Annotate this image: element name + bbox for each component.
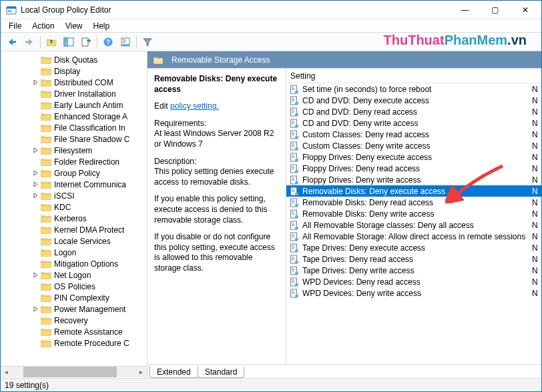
setting-row[interactable]: Tape Drives: Deny execute accessN	[286, 242, 541, 253]
column-setting[interactable]: Setting	[286, 70, 531, 82]
help-button[interactable]: ?	[100, 35, 116, 49]
tree-item[interactable]: Locale Services	[1, 235, 147, 247]
setting-row[interactable]: Custom Classes: Deny read accessN	[286, 129, 541, 140]
tree-item[interactable]: Remote Assistance	[1, 326, 147, 337]
tree-item[interactable]: Logon	[1, 247, 147, 258]
minimize-button[interactable]: —	[450, 1, 480, 19]
tree-item[interactable]: Enhanced Storage A	[1, 111, 147, 122]
setting-row[interactable]: All Removable Storage: Allow direct acce…	[286, 231, 541, 242]
svg-point-102	[295, 271, 298, 275]
maximize-button[interactable]: ▢	[480, 1, 510, 19]
statusbar: 19 setting(s)	[1, 378, 541, 391]
close-button[interactable]: ✕	[510, 1, 540, 19]
setting-row[interactable]: WPD Devices: Deny read accessN	[286, 276, 541, 287]
tab-extended[interactable]: Extended	[150, 366, 198, 378]
edit-policy-link[interactable]: policy setting.	[170, 101, 219, 111]
setting-row[interactable]: CD and DVD: Deny read accessN	[286, 106, 541, 117]
up-button[interactable]	[43, 35, 59, 49]
tree-item[interactable]: Remote Procedure C	[1, 337, 147, 349]
tree-item[interactable]: OS Policies	[1, 281, 147, 292]
expand-icon[interactable]	[31, 79, 39, 87]
svg-point-77	[295, 215, 298, 218]
setting-row[interactable]: WPD Devices: Deny write accessN	[286, 287, 541, 299]
tree-item[interactable]: Disk Quotas	[1, 54, 147, 65]
expand-icon[interactable]	[31, 305, 39, 313]
edit-label: Edit	[154, 101, 170, 111]
menu-file[interactable]: File	[3, 20, 27, 32]
tree-item[interactable]: Kernel DMA Protect	[1, 224, 147, 235]
setting-row[interactable]: CD and DVD: Deny write accessN	[286, 117, 541, 129]
back-button[interactable]	[4, 35, 20, 49]
tree-item-label: Enhanced Storage A	[54, 112, 127, 121]
expand-icon[interactable]	[31, 147, 39, 155]
policy-icon	[289, 175, 300, 185]
expand-icon[interactable]	[31, 169, 39, 177]
setting-row[interactable]: Custom Classes: Deny write accessN	[286, 140, 541, 151]
svg-rect-46	[292, 146, 294, 147]
menu-action[interactable]: Action	[27, 20, 59, 32]
tree-item[interactable]: Mitigation Options	[1, 258, 147, 269]
tab-standard[interactable]: Standard	[198, 367, 245, 378]
setting-row[interactable]: Floppy Drives: Deny execute accessN	[286, 151, 541, 163]
export-button[interactable]	[78, 35, 94, 49]
folder-icon	[41, 237, 51, 245]
setting-row[interactable]: Removable Disks: Deny execute accessN	[286, 185, 541, 197]
setting-state: N	[532, 175, 541, 185]
tree-item[interactable]: Driver Installation	[1, 88, 147, 99]
tree-item[interactable]: File Share Shadow C	[1, 133, 147, 145]
svg-point-92	[295, 249, 298, 252]
forward-button[interactable]	[21, 35, 37, 49]
folder-icon	[41, 191, 51, 200]
tree-item[interactable]: Power Management	[1, 303, 147, 315]
tree-item[interactable]: Net Logon	[1, 269, 147, 281]
tree-item[interactable]: Folder Redirection	[1, 156, 147, 167]
menu-view[interactable]: View	[60, 20, 88, 32]
expand-icon[interactable]	[31, 271, 39, 279]
tree-item[interactable]: File Classification In	[1, 122, 147, 133]
menu-help[interactable]: Help	[88, 20, 115, 32]
tree-item[interactable]: Filesystem	[1, 145, 147, 156]
tree-item[interactable]: PIN Complexity	[1, 292, 147, 303]
svg-point-47	[295, 147, 298, 150]
svg-rect-79	[292, 223, 294, 223]
tree-item[interactable]: Distributed COM	[1, 77, 147, 88]
setting-row[interactable]: Tape Drives: Deny write accessN	[286, 265, 541, 276]
expand-icon[interactable]	[31, 181, 39, 189]
properties-button[interactable]	[117, 35, 133, 49]
tree-item[interactable]: KDC	[1, 201, 147, 213]
svg-point-22	[295, 90, 298, 93]
show-hide-tree-button[interactable]	[61, 35, 77, 49]
expand-icon[interactable]	[31, 192, 39, 200]
tree-item[interactable]: Group Policy	[1, 167, 147, 179]
view-tabs: ExtendedStandard	[148, 364, 541, 378]
setting-row[interactable]: Floppy Drives: Deny write accessN	[286, 174, 541, 185]
setting-row[interactable]: Removable Disks: Deny write accessN	[286, 208, 541, 219]
tree-item[interactable]: Kerberos	[1, 213, 147, 224]
tree-item-label: Driver Installation	[54, 89, 116, 99]
filter-button[interactable]	[140, 35, 156, 49]
setting-label: Tape Drives: Deny write access	[302, 266, 532, 275]
svg-rect-19	[292, 87, 294, 87]
svg-rect-59	[292, 177, 294, 178]
tree-item[interactable]: iSCSI	[1, 190, 147, 201]
setting-row[interactable]: Tape Drives: Deny read accessN	[286, 253, 541, 265]
setting-row[interactable]: Set time (in seconds) to force rebootN	[286, 83, 541, 95]
settings-list-header[interactable]: Setting	[286, 69, 541, 83]
folder-icon	[41, 259, 51, 268]
tree-item[interactable]: Early Launch Antim	[1, 99, 147, 111]
setting-row[interactable]: Floppy Drives: Deny read accessN	[286, 163, 541, 174]
tree-item[interactable]: Recovery	[1, 315, 147, 326]
setting-row[interactable]: CD and DVD: Deny execute accessN	[286, 95, 541, 106]
setting-label: Removable Disks: Deny execute access	[302, 187, 532, 196]
column-state[interactable]	[531, 75, 541, 77]
setting-label: Tape Drives: Deny read access	[302, 255, 532, 264]
setting-row[interactable]: Removable Disks: Deny read accessN	[286, 197, 541, 208]
svg-rect-39	[292, 132, 294, 133]
svg-rect-14	[123, 39, 125, 40]
tree-item[interactable]: Internet Communica	[1, 179, 147, 190]
svg-rect-30	[292, 111, 295, 111]
setting-row[interactable]: All Removable Storage classes: Deny all …	[286, 219, 541, 231]
tree-horizontal-scrollbar[interactable]: ◂▸	[1, 366, 147, 377]
description-label: Description:	[154, 157, 196, 166]
tree-item[interactable]: Display	[1, 65, 147, 77]
